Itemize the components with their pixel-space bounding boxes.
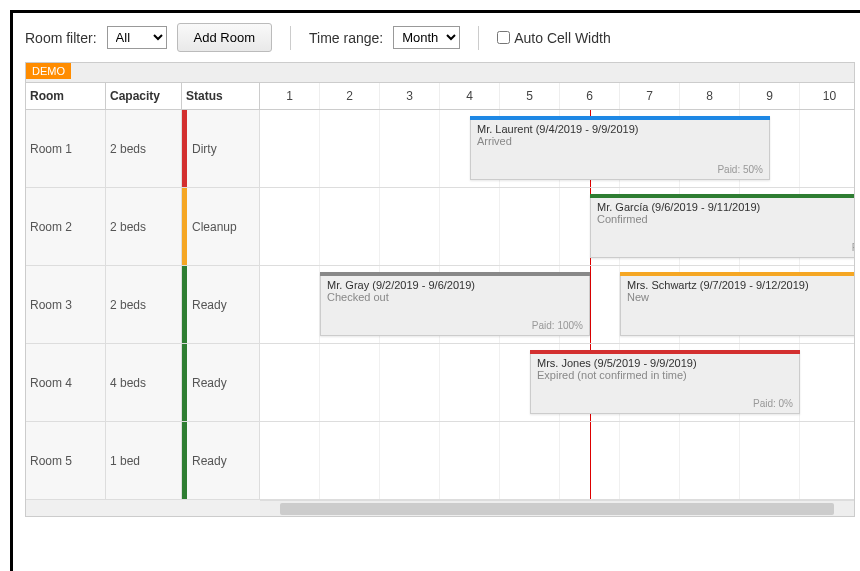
room-capacity-cell: 4 beds [106,344,182,421]
room-name-cell[interactable]: Room 2 [26,188,106,265]
event-status-bar [470,116,770,120]
toolbar-divider [290,26,291,50]
demo-row: DEMO [26,63,854,83]
timeline-row[interactable]: Mr. García (9/6/2019 - 9/11/2019)Confirm… [260,188,854,265]
day-header[interactable]: 2 [320,83,380,109]
event-title: Mr. Laurent (9/4/2019 - 9/9/2019) [477,123,763,135]
room-capacity-cell: 2 beds [106,188,182,265]
reservation-event[interactable]: Mr. Gray (9/2/2019 - 9/6/2019)Checked ou… [320,272,590,336]
demo-badge: DEMO [26,63,71,79]
event-status-text: Expired (not confirmed in time) [537,369,793,381]
event-title: Mrs. Schwartz (9/7/2019 - 9/12/2019) [627,279,854,291]
day-header[interactable]: 1 [260,83,320,109]
room-status-cell: Dirty [182,110,260,187]
status-indicator-bar [182,266,187,343]
event-paid-label: Paid: 100% [532,320,583,331]
room-status-cell: Ready [182,422,260,499]
room-name-cell[interactable]: Room 3 [26,266,106,343]
status-indicator-bar [182,188,187,265]
time-range-select[interactable]: Month [393,26,460,49]
timeline-header: 12345678910 [260,83,854,109]
room-status-cell: Ready [182,266,260,343]
column-header-capacity[interactable]: Capacity [106,83,182,109]
event-title: Mrs. Jones (9/5/2019 - 9/9/2019) [537,357,793,369]
day-header[interactable]: 7 [620,83,680,109]
room-capacity-cell: 1 bed [106,422,182,499]
status-indicator-bar [182,422,187,499]
add-room-button[interactable]: Add Room [177,23,272,52]
event-title: Mr. García (9/6/2019 - 9/11/2019) [597,201,854,213]
reservation-event[interactable]: Mrs. Schwartz (9/7/2019 - 9/12/2019)New [620,272,854,336]
event-status-text: Checked out [327,291,583,303]
auto-cell-width-label: Auto Cell Width [514,30,610,46]
event-status-bar [530,350,800,354]
timeline-row[interactable]: Mrs. Jones (9/5/2019 - 9/9/2019)Expired … [260,344,854,421]
day-header[interactable]: 8 [680,83,740,109]
event-status-bar [620,272,854,276]
column-header-status[interactable]: Status [182,83,260,109]
timeline-row[interactable] [260,422,854,499]
reservation-event[interactable]: Mrs. Jones (9/5/2019 - 9/9/2019)Expired … [530,350,800,414]
room-row: Room 51 bedReady [26,422,854,500]
event-status-bar [590,194,854,198]
status-text: Cleanup [192,220,237,234]
status-indicator-bar [182,344,187,421]
room-name-cell[interactable]: Room 1 [26,110,106,187]
status-text: Ready [192,298,227,312]
room-filter-select[interactable]: All [107,26,167,49]
room-name-cell[interactable]: Room 4 [26,344,106,421]
event-status-bar [320,272,590,276]
event-status-text: New [627,291,854,303]
event-status-text: Confirmed [597,213,854,225]
column-header-room[interactable]: Room [26,83,106,109]
scheduler-header: Room Capacity Status 12345678910 [26,83,854,110]
event-paid-label: Paid: 0 [852,242,854,253]
scrollbar-thumb[interactable] [280,503,834,515]
toolbar-divider [478,26,479,50]
room-capacity-cell: 2 beds [106,266,182,343]
auto-cell-width-toggle[interactable]: Auto Cell Width [497,30,610,46]
scheduler-body: Room 12 bedsDirtyMr. Laurent (9/4/2019 -… [26,110,854,500]
reservation-event[interactable]: Mr. Laurent (9/4/2019 - 9/9/2019)Arrived… [470,116,770,180]
room-row: Room 12 bedsDirtyMr. Laurent (9/4/2019 -… [26,110,854,188]
event-paid-label: Paid: 50% [717,164,763,175]
room-row: Room 32 bedsReadyMr. Gray (9/2/2019 - 9/… [26,266,854,344]
room-capacity-cell: 2 beds [106,110,182,187]
timeline-row[interactable]: Mr. Laurent (9/4/2019 - 9/9/2019)Arrived… [260,110,854,187]
status-indicator-bar [182,110,187,187]
day-header[interactable]: 3 [380,83,440,109]
event-status-text: Arrived [477,135,763,147]
day-header[interactable]: 6 [560,83,620,109]
room-row: Room 22 bedsCleanupMr. García (9/6/2019 … [26,188,854,266]
toolbar: Room filter: All Add Room Time range: Mo… [25,23,855,52]
room-row: Room 44 bedsReadyMrs. Jones (9/5/2019 - … [26,344,854,422]
event-paid-label: Paid: 0% [753,398,793,409]
today-marker [590,422,591,499]
timeline-row[interactable]: Mr. Gray (9/2/2019 - 9/6/2019)Checked ou… [260,266,854,343]
horizontal-scrollbar[interactable] [26,500,854,516]
room-filter-label: Room filter: [25,30,97,46]
day-header[interactable]: 9 [740,83,800,109]
status-text: Dirty [192,142,217,156]
scheduler: DEMO Room Capacity Status 12345678910 Ro… [25,62,855,517]
day-header[interactable]: 10 [800,83,854,109]
app-frame: Room filter: All Add Room Time range: Mo… [10,10,860,571]
room-status-cell: Ready [182,344,260,421]
day-header[interactable]: 4 [440,83,500,109]
today-marker [590,266,591,343]
auto-cell-width-checkbox[interactable] [497,31,510,44]
event-title: Mr. Gray (9/2/2019 - 9/6/2019) [327,279,583,291]
time-range-label: Time range: [309,30,383,46]
status-text: Ready [192,376,227,390]
day-header[interactable]: 5 [500,83,560,109]
room-name-cell[interactable]: Room 5 [26,422,106,499]
status-text: Ready [192,454,227,468]
reservation-event[interactable]: Mr. García (9/6/2019 - 9/11/2019)Confirm… [590,194,854,258]
room-status-cell: Cleanup [182,188,260,265]
